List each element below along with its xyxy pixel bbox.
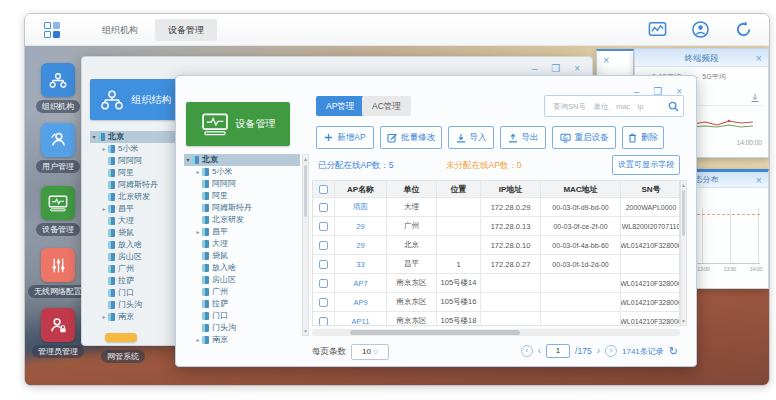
- tree-expander-icon[interactable]: ▸: [100, 143, 108, 155]
- cell-name[interactable]: 33: [335, 255, 387, 273]
- scrollbar-thumb[interactable]: [682, 190, 685, 236]
- org-structure-tile[interactable]: 组织结构: [90, 79, 180, 120]
- tree-node-5[interactable]: ▸昌平: [90, 203, 186, 215]
- row-checkbox[interactable]: [319, 279, 328, 288]
- tree-node-10[interactable]: 广州: [184, 286, 300, 298]
- app-tab-0[interactable]: 组织机构: [89, 19, 151, 41]
- scroll-up-icon[interactable]: ▲: [681, 181, 686, 189]
- sidebar-item-devices[interactable]: [41, 186, 75, 220]
- export-button[interactable]: 导出: [500, 126, 546, 149]
- tree-node-12[interactable]: 门口: [184, 310, 300, 322]
- tree-node-11[interactable]: 拉萨: [184, 298, 300, 310]
- maximize-icon[interactable]: ❐: [551, 63, 560, 75]
- select-all-checkbox[interactable]: [319, 185, 328, 194]
- close-icon[interactable]: ×: [756, 49, 762, 67]
- table-hscrollbar[interactable]: [312, 329, 680, 336]
- tree-node-3[interactable]: 阿姆斯特丹: [90, 179, 186, 191]
- tree-node-13[interactable]: 门头沟: [184, 322, 300, 334]
- tree-expander-icon[interactable]: ▸: [194, 226, 202, 238]
- tab-ap-manage[interactable]: AP管理: [316, 96, 364, 116]
- refresh-icon[interactable]: [734, 20, 753, 39]
- tree-node-2[interactable]: 阿里: [90, 167, 186, 179]
- last-page-button[interactable]: ›: [605, 345, 617, 357]
- search-input[interactable]: [551, 101, 668, 112]
- cell-name[interactable]: AP7: [335, 274, 387, 292]
- tree-node-root[interactable]: ▾北京: [90, 131, 186, 143]
- sidebar-item-users[interactable]: [41, 123, 75, 157]
- restart-device-button[interactable]: 重启设备: [552, 126, 616, 149]
- row-checkbox[interactable]: [319, 298, 328, 307]
- app-tab-1[interactable]: 设备管理: [155, 19, 217, 41]
- device-manage-tile[interactable]: 设备管理: [186, 102, 290, 146]
- tree-expander-icon[interactable]: ▸: [194, 166, 202, 178]
- batch-edit-button[interactable]: 批量修改: [380, 126, 442, 149]
- refresh-icon[interactable]: ↻: [669, 345, 678, 358]
- tree-node-8[interactable]: 放入啥: [184, 262, 300, 274]
- tree-node-3[interactable]: 阿姆斯特丹: [184, 202, 300, 214]
- tree-node-6[interactable]: 大理: [184, 238, 300, 250]
- tree-node-10[interactable]: 广州: [90, 263, 186, 275]
- tree-node-6[interactable]: 大理: [90, 215, 186, 227]
- cell-name[interactable]: AP11: [335, 312, 387, 326]
- cell-name[interactable]: 29: [335, 217, 387, 235]
- close-icon[interactable]: ×: [574, 63, 580, 75]
- download-icon[interactable]: [750, 89, 760, 99]
- tree-node-14[interactable]: ▸南京: [184, 334, 300, 346]
- close-icon[interactable]: ×: [756, 172, 762, 188]
- tree-node-0[interactable]: ▸5小米: [90, 143, 186, 155]
- account-icon[interactable]: [691, 20, 710, 39]
- row-checkbox[interactable]: [319, 203, 328, 212]
- search-icon[interactable]: [668, 101, 679, 112]
- tree-expander-icon[interactable]: ▸: [100, 311, 108, 323]
- tree-node-12[interactable]: 门口: [90, 287, 186, 299]
- chart-icon[interactable]: [648, 20, 667, 39]
- tree-node-9[interactable]: 房山区: [184, 274, 300, 286]
- tree-node-4[interactable]: 北京研发: [90, 191, 186, 203]
- page-input[interactable]: 1: [546, 344, 570, 358]
- tree-node-0[interactable]: ▸5小米: [184, 166, 300, 178]
- tree-node-4[interactable]: 北京研发: [184, 214, 300, 226]
- scrollbar-thumb[interactable]: [350, 330, 520, 335]
- tree-expander-icon[interactable]: ▾: [184, 154, 192, 166]
- tree-expander-icon[interactable]: ▸: [100, 203, 108, 215]
- scroll-down-icon[interactable]: ▼: [303, 327, 308, 335]
- tree-node-8[interactable]: 放入啥: [90, 239, 186, 251]
- tree-node-13[interactable]: 门头沟: [90, 299, 186, 311]
- tree-node-1[interactable]: 阿阿阿: [90, 155, 186, 167]
- next-page-button[interactable]: ›: [597, 345, 600, 357]
- prev-page-button[interactable]: ‹: [538, 345, 541, 357]
- tree-node-7[interactable]: 袋鼠: [184, 250, 300, 262]
- tree-node-root[interactable]: ▾北京: [184, 154, 300, 166]
- org-dialog-accent-button[interactable]: [105, 333, 137, 342]
- scroll-up-icon[interactable]: ▲: [303, 155, 308, 163]
- tree-node-14[interactable]: ▸南京: [90, 311, 186, 323]
- configure-columns-button[interactable]: 设置可显示字段: [612, 155, 680, 175]
- tree-expander-icon[interactable]: ▾: [90, 131, 98, 143]
- tree-node-1[interactable]: 阿阿阿: [184, 178, 300, 190]
- sidebar-item-admin[interactable]: [41, 308, 75, 342]
- tree-node-7[interactable]: 袋鼠: [90, 227, 186, 239]
- tree-expander-icon[interactable]: ▸: [194, 334, 202, 346]
- scroll-down-icon[interactable]: ▼: [681, 317, 686, 325]
- row-checkbox[interactable]: [319, 317, 328, 326]
- scrollbar-thumb[interactable]: [304, 165, 307, 217]
- import-button[interactable]: 导入: [448, 126, 494, 149]
- tree-node-9[interactable]: 房山区: [90, 251, 186, 263]
- tree-node-5[interactable]: ▸昌平: [184, 226, 300, 238]
- per-page-select[interactable]: 10 ▽: [351, 344, 389, 360]
- row-checkbox[interactable]: [319, 260, 328, 269]
- tree-node-11[interactable]: 拉萨: [90, 275, 186, 287]
- first-page-button[interactable]: ‹: [521, 345, 533, 357]
- cell-name[interactable]: 墙面: [335, 198, 387, 216]
- row-checkbox[interactable]: [319, 222, 328, 231]
- table-scrollbar[interactable]: ▲ ▼: [680, 180, 687, 326]
- cell-name[interactable]: AP9: [335, 293, 387, 311]
- tree-scrollbar[interactable]: ▲ ▼: [302, 154, 309, 336]
- minimize-icon[interactable]: –: [532, 63, 538, 75]
- close-icon[interactable]: ×: [603, 51, 609, 69]
- plus-button[interactable]: 新增AP: [316, 126, 374, 149]
- row-checkbox[interactable]: [319, 241, 328, 250]
- cell-name[interactable]: 29: [335, 236, 387, 254]
- delete-button[interactable]: 删除: [622, 126, 664, 149]
- sidebar-item-org[interactable]: [41, 63, 75, 97]
